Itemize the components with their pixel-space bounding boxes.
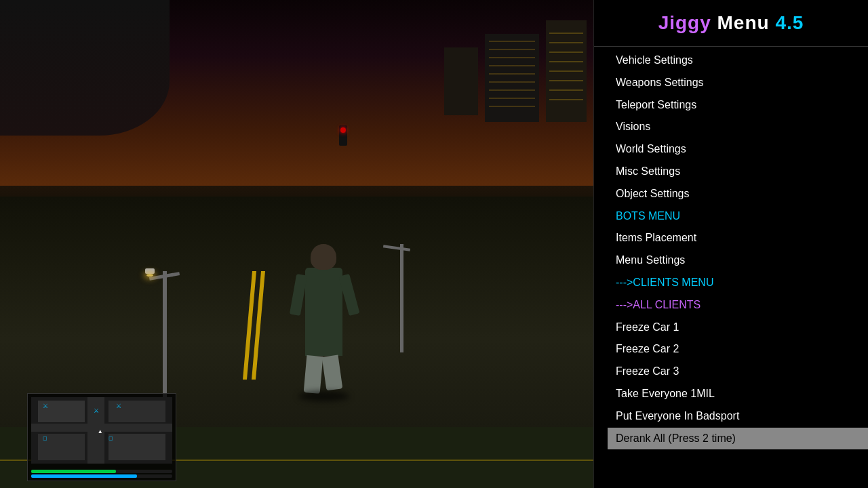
minimap: ⚔ ⚔ ⚔ ◻ ◻ ▲: [27, 393, 176, 481]
char-shadow: [298, 391, 349, 401]
menu-panel: Jiggy Menu 4.5 Vehicle SettingsWeapons S…: [593, 0, 868, 488]
menu-item-items-placement[interactable]: Items Placement: [608, 227, 868, 249]
menu-item-teleport-settings[interactable]: Teleport Settings: [608, 94, 868, 117]
menu-item-bots-menu[interactable]: BOTS MENU: [608, 205, 868, 228]
menu-item-visions[interactable]: Visions: [608, 116, 868, 138]
lamp-head-left: [145, 268, 155, 274]
lamp-post-right: [400, 244, 403, 352]
minimap-icon-4: ◻: [43, 435, 47, 441]
char-legs: [305, 356, 342, 393]
menu-items-list: Vehicle SettingsWeapons SettingsTeleport…: [594, 49, 868, 449]
menu-item-freeze-car-2[interactable]: Freeze Car 2: [608, 338, 868, 361]
menu-item-misc-settings[interactable]: Misc Settings: [608, 161, 868, 183]
menu-item-derank-all[interactable]: Derank All (Press 2 time): [608, 428, 868, 450]
menu-item-put-everyone-bad[interactable]: Put Everyone In Badsport: [608, 405, 868, 428]
health-bar: [31, 470, 116, 473]
city-buildings-right: [424, 14, 593, 149]
game-viewport: ⚔ ⚔ ⚔ ◻ ◻ ▲: [0, 0, 593, 488]
minimap-icon-1: ⚔: [43, 403, 48, 409]
underpass: [0, 0, 170, 136]
menu-item-freeze-car-3[interactable]: Freeze Car 3: [608, 361, 868, 383]
title-menu: Menu: [711, 12, 776, 33]
minimap-player: ▲: [98, 428, 103, 434]
title-jiggy: Jiggy: [658, 12, 711, 33]
menu-item-take-everyone-1mil[interactable]: Take Everyone 1MIL: [608, 383, 868, 405]
menu-item-object-settings[interactable]: Object Settings: [608, 183, 868, 205]
menu-item-menu-settings[interactable]: Menu Settings: [608, 249, 868, 272]
traffic-light: [339, 125, 347, 146]
menu-item-all-clients[interactable]: --->ALL CLIENTS: [608, 294, 868, 317]
minimap-icon-2: ⚔: [116, 403, 121, 409]
menu-title: Jiggy Menu 4.5: [594, 0, 868, 43]
armor-bar: [31, 474, 137, 478]
char-head: [311, 244, 336, 270]
menu-item-vehicle-settings[interactable]: Vehicle Settings: [608, 49, 868, 72]
player-character: [305, 268, 342, 393]
minimap-icon-3: ⚔: [94, 407, 99, 414]
menu-item-world-settings[interactable]: World Settings: [608, 138, 868, 161]
minimap-icon-5: ◻: [108, 435, 113, 441]
menu-separator: [594, 46, 868, 47]
menu-item-clients-menu[interactable]: --->CLIENTS MENU: [608, 272, 868, 294]
lamp-post-left: [163, 271, 167, 407]
menu-item-weapons-settings[interactable]: Weapons Settings: [608, 72, 868, 94]
menu-item-freeze-car-1[interactable]: Freeze Car 1: [608, 317, 868, 339]
title-version: 4.5: [775, 12, 804, 33]
